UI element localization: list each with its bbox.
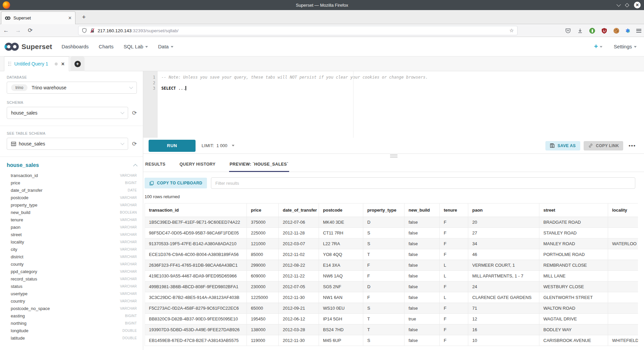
column-type: DOUBLE: [122, 336, 137, 340]
bookmark-star-icon[interactable]: ☆: [509, 28, 514, 34]
database-value: Trino warehouse: [32, 85, 66, 90]
query-tab-untitled-1[interactable]: Untitled Query 1 ✕: [4, 56, 69, 71]
containers-icon[interactable]: ✱: [626, 28, 630, 34]
settings-menu[interactable]: Settings: [614, 44, 637, 49]
tab-close-icon[interactable]: ✕: [68, 15, 72, 20]
column-row-county[interactable]: countyVARCHAR: [7, 260, 137, 268]
navbar-item-sql-lab[interactable]: SQL Lab: [124, 44, 148, 49]
forward-icon[interactable]: →: [12, 27, 24, 34]
column-row-locality[interactable]: localityVARCHAR: [7, 238, 137, 246]
refresh-tables-icon[interactable]: ⟳: [132, 140, 137, 147]
table-row: 499B1981-3B6B-4BCD-808F-9FED9802BFA12300…: [145, 281, 638, 292]
column-header-transaction_id[interactable]: transaction_id: [145, 204, 247, 217]
table-select[interactable]: house_sales: [7, 138, 128, 150]
new-tab-button[interactable]: +: [80, 13, 88, 21]
drag-handle-icon[interactable]: [8, 62, 11, 66]
column-name: locality: [11, 239, 24, 245]
menu-icon[interactable]: [636, 29, 641, 33]
more-options-icon[interactable]: •••: [629, 143, 636, 148]
add-new-button[interactable]: +: [594, 43, 602, 50]
column-header-postcode[interactable]: postcode: [319, 204, 363, 217]
column-header-price[interactable]: price: [247, 204, 279, 217]
table-row: 419E1030-9A55-4467-8DA9-9FED95D659666090…: [145, 271, 638, 281]
table-cell: IP14 5GH: [319, 314, 363, 324]
save-as-button[interactable]: SAVE AS: [545, 141, 580, 150]
column-row-new_build[interactable]: new_buildBOOLEAN: [7, 209, 137, 216]
column-row-transaction_id[interactable]: transaction_idVARCHAR: [7, 172, 137, 179]
reload-icon[interactable]: ⟳: [24, 27, 36, 34]
results-tab-query-history[interactable]: QUERY HISTORY: [179, 154, 216, 172]
limit-dropdown[interactable]: LIMIT: 1 000: [202, 143, 234, 148]
column-header-street[interactable]: street: [539, 204, 608, 217]
column-row-northing[interactable]: northingBIGINT: [7, 319, 137, 327]
column-row-district[interactable]: districtVARCHAR: [7, 253, 137, 260]
column-row-longitude[interactable]: longitudeDOUBLE: [7, 327, 137, 334]
run-button[interactable]: RUN: [149, 140, 196, 152]
table-cell: 2012-11-30: [279, 292, 319, 303]
column-row-price[interactable]: priceBIGINT: [7, 179, 137, 186]
column-row-record_status[interactable]: record_statusVARCHAR: [7, 275, 137, 282]
cookie-manager-icon[interactable]: [613, 28, 619, 34]
column-header-date_of_transfer[interactable]: date_of_transfer: [279, 204, 319, 217]
column-row-street[interactable]: streetVARCHAR: [7, 231, 137, 238]
copy-link-button[interactable]: COPY LINK: [584, 141, 624, 150]
back-icon[interactable]: ←: [0, 27, 12, 34]
superset-brand[interactable]: Superset: [4, 42, 52, 52]
table-cell: 65000: [247, 303, 279, 314]
database-select[interactable]: trino Trino warehouse: [7, 82, 137, 94]
ublock-icon[interactable]: [601, 28, 607, 34]
minimize-icon[interactable]: [616, 2, 621, 7]
maximize-icon[interactable]: [625, 3, 629, 7]
column-row-country[interactable]: countryVARCHAR: [7, 297, 137, 305]
navbar-item-charts[interactable]: Charts: [99, 44, 113, 49]
column-row-usertype[interactable]: usertypeVARCHAR: [7, 290, 137, 297]
downloads-icon[interactable]: [577, 28, 583, 34]
column-row-postcode[interactable]: postcodeVARCHAR: [7, 194, 137, 201]
column-row-status[interactable]: statusVARCHAR: [7, 282, 137, 290]
column-header-property_type[interactable]: property_type: [363, 204, 405, 217]
results-tab-preview-house-sales[interactable]: PREVIEW: `HOUSE_SALES`: [229, 154, 289, 172]
column-header-paon[interactable]: paon: [468, 204, 539, 217]
editor-toolbar: RUN LIMIT: 1 000 SAVE AS: [143, 138, 644, 154]
table-cell: WS10 0EU: [319, 303, 363, 314]
column-row-date_of_transfer[interactable]: date_of_transferDATE: [7, 186, 137, 194]
sql-editor[interactable]: 123 -- Note: Unless you save your query,…: [143, 71, 644, 138]
refresh-schemas-icon[interactable]: ⟳: [132, 110, 137, 117]
copy-to-clipboard-button[interactable]: COPY TO CLIPBOARD: [145, 178, 207, 188]
table-name-heading[interactable]: house_sales: [7, 162, 39, 168]
column-header-new_build[interactable]: new_build: [405, 204, 440, 217]
chevron-down-icon: [120, 110, 124, 114]
results-tab-results[interactable]: RESULTS: [145, 154, 166, 172]
table-row: 193907D3-5DBD-453D-A49E-9FEE27DAB9261380…: [145, 324, 638, 335]
collapse-chevron-icon[interactable]: [133, 164, 138, 168]
navbar-item-data[interactable]: Data: [158, 44, 173, 49]
column-header-locality[interactable]: locality: [608, 204, 638, 217]
privacy-badger-icon[interactable]: [589, 28, 595, 34]
column-name: northing: [11, 321, 26, 326]
filter-results-input[interactable]: [211, 177, 635, 189]
browser-tab-superset[interactable]: Superset ✕: [1, 11, 75, 24]
navbar-item-dashboards[interactable]: Dashboards: [61, 44, 89, 49]
editor-code[interactable]: -- Note: Unless you save your query, the…: [158, 71, 428, 138]
column-row-tenure[interactable]: tenureVARCHAR: [7, 216, 137, 223]
url-bar[interactable]: 217.160.120.143:32393/superset/sqllab/ ☆: [78, 26, 518, 35]
shield-icon[interactable]: [82, 28, 87, 33]
schema-select[interactable]: house_sales: [7, 107, 128, 119]
column-row-property_type[interactable]: property_typeVARCHAR: [7, 201, 137, 209]
close-window-icon[interactable]: ✕: [634, 2, 641, 8]
results-table-container[interactable]: transaction_idpricedate_of_transferpostc…: [145, 203, 638, 346]
column-header-tenure[interactable]: tenure: [440, 204, 468, 217]
column-row-postcode_no_space[interactable]: postcode_no_spaceVARCHAR: [7, 305, 137, 312]
column-row-easting[interactable]: eastingBIGINT: [7, 312, 137, 319]
insecure-lock-icon[interactable]: [90, 28, 95, 33]
close-query-tab-icon[interactable]: ✕: [61, 61, 65, 67]
column-row-city[interactable]: cityVARCHAR: [7, 246, 137, 253]
column-row-ppd_category[interactable]: ppd_categoryVARCHAR: [7, 268, 137, 275]
resize-handle-icon[interactable]: [390, 155, 397, 158]
table-cell: 16: [468, 324, 539, 335]
column-row-paon[interactable]: paonVARCHAR: [7, 223, 137, 231]
column-row-latitude[interactable]: latitudeDOUBLE: [7, 334, 137, 342]
add-query-tab[interactable]: +: [70, 56, 85, 71]
pocket-icon[interactable]: [565, 28, 571, 34]
url-text[interactable]: 217.160.120.143:32393/superset/sqllab/: [98, 28, 509, 33]
